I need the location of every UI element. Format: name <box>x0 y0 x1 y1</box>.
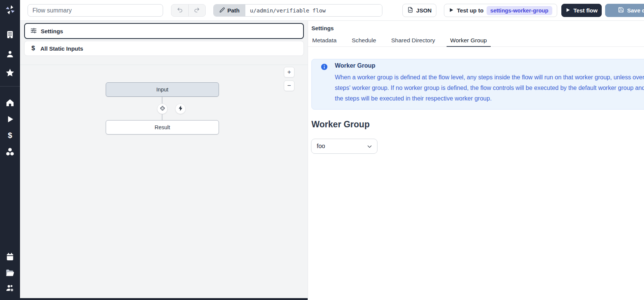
sidebar-item-workspace[interactable] <box>5 30 15 39</box>
tab-schedule[interactable]: Schedule <box>351 34 377 46</box>
path-label: Path <box>227 7 240 14</box>
worker-group-info-box: Worker Group When a worker group is defi… <box>311 59 644 110</box>
zap-icon <box>177 105 184 113</box>
boxes-icon <box>5 147 15 156</box>
flow-graph-canvas[interactable] <box>20 65 308 298</box>
graph-edge <box>162 97 162 104</box>
tab-worker-group[interactable]: Worker Group <box>450 34 488 46</box>
undo-redo-group <box>171 4 206 17</box>
all-static-inputs-item[interactable]: $ All Static Inputs <box>24 41 304 56</box>
file-json-icon <box>407 7 413 14</box>
sidebar-item-variables[interactable]: $ <box>5 130 15 140</box>
flow-summary-input[interactable] <box>28 4 163 17</box>
sliders-icon <box>30 27 37 35</box>
play-icon <box>5 114 15 124</box>
sidebar-item-home[interactable] <box>5 98 15 107</box>
sidebar: $ <box>0 0 20 300</box>
add-step-button[interactable] <box>157 104 168 114</box>
settings-panel-title: Settings <box>311 25 334 31</box>
worker-group-select[interactable]: foo <box>311 139 377 154</box>
save-icon <box>618 7 624 14</box>
undo-button[interactable] <box>171 5 188 16</box>
flow-settings-label: Settings <box>41 28 63 34</box>
windmill-logo-icon[interactable] <box>4 3 17 16</box>
flow-bottom-bar[interactable] <box>20 298 308 300</box>
edit-path-button[interactable]: Path <box>214 5 245 16</box>
chevron-down-icon <box>366 143 373 150</box>
zoom-out-button[interactable]: − <box>284 80 294 91</box>
svg-text:$: $ <box>8 131 12 139</box>
path-group: Path <box>213 4 382 17</box>
test-up-to-button[interactable]: Test up to settings-worker-group <box>444 4 557 17</box>
info-icon <box>320 63 328 71</box>
graph-edge <box>162 114 162 120</box>
worker-group-selected-value: foo <box>317 143 325 150</box>
play-outline-icon <box>449 7 454 14</box>
save-draft-label: Save draft <box>627 7 644 14</box>
info-box-title: Worker Group <box>335 62 375 69</box>
sidebar-item-resources[interactable] <box>5 147 15 156</box>
info-box-text: When a worker group is defined at the fl… <box>335 74 644 81</box>
sidebar-item-runs[interactable] <box>5 114 15 124</box>
settings-panel: Settings Metadata Schedule Shared Direct… <box>308 21 644 300</box>
test-flow-label: Test flow <box>573 7 598 14</box>
path-input[interactable] <box>245 5 382 16</box>
home-icon <box>5 98 15 107</box>
undo-icon <box>177 7 183 14</box>
test-up-to-step-badge[interactable]: settings-worker-group <box>487 6 552 15</box>
redo-icon <box>194 7 200 14</box>
test-flow-button[interactable]: Test flow <box>561 4 602 17</box>
pencil-icon <box>219 7 225 14</box>
dollar-icon: $ <box>5 130 15 140</box>
settings-tabs: Metadata Schedule Shared Directory Worke… <box>308 34 644 47</box>
info-box-text: steps' worker group. If no worker group … <box>335 85 644 91</box>
sidebar-item-favorites[interactable] <box>5 68 15 77</box>
sidebar-item-user[interactable] <box>5 49 15 59</box>
sidebar-item-schedules[interactable] <box>5 252 15 261</box>
zoom-in-button[interactable]: + <box>284 67 294 77</box>
trigger-zap-button[interactable] <box>175 104 186 114</box>
sidebar-item-folders[interactable] <box>5 268 15 277</box>
json-label: JSON <box>416 7 432 14</box>
worker-group-section-title: Worker Group <box>311 119 370 130</box>
folder-open-icon <box>5 268 15 277</box>
sidebar-item-workers[interactable] <box>5 283 15 293</box>
user-icon <box>5 49 15 59</box>
building-icon <box>5 30 15 39</box>
result-node[interactable]: Result <box>106 120 219 135</box>
save-draft-button[interactable]: Save draft <box>605 4 644 17</box>
tab-metadata[interactable]: Metadata <box>311 34 337 46</box>
calendar-icon <box>5 252 15 261</box>
tab-shared-directory[interactable]: Shared Directory <box>390 34 436 46</box>
users-cog-icon <box>5 283 15 293</box>
windmill-flow-editor: $ <box>0 0 644 300</box>
info-box-text: the steps will be executed in their resp… <box>335 95 491 102</box>
flow-editor-panel: Settings $ All Static Inputs + − Input R… <box>20 21 308 300</box>
star-icon <box>5 68 15 77</box>
plus-cross-icon <box>159 105 166 113</box>
sidebar-divider <box>0 86 20 87</box>
test-up-to-label: Test up to <box>457 7 484 14</box>
flow-settings-item[interactable]: Settings <box>24 23 304 39</box>
input-node[interactable]: Input <box>106 82 219 97</box>
dollar-icon: $ <box>30 45 37 52</box>
redo-button[interactable] <box>188 5 206 16</box>
all-static-inputs-label: All Static Inputs <box>40 45 83 52</box>
play-filled-icon <box>565 7 570 14</box>
topbar: Path JSON Test up to settings-worker-gro… <box>20 0 644 21</box>
json-button[interactable]: JSON <box>402 4 436 17</box>
